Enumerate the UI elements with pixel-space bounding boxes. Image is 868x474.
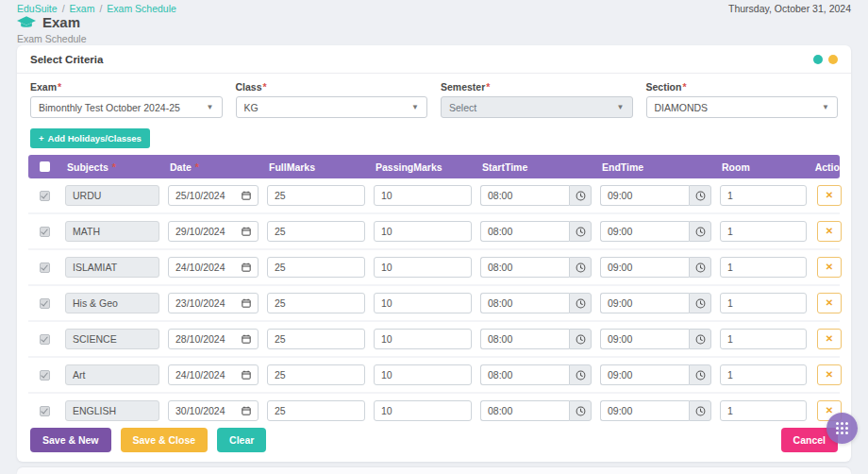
passingmarks-input[interactable] — [374, 400, 472, 421]
passingmarks-input[interactable] — [374, 293, 472, 313]
date-input[interactable]: 28/10/2024 — [168, 329, 259, 349]
clock-icon[interactable] — [569, 257, 592, 278]
subject-input[interactable] — [65, 364, 159, 385]
date-input[interactable]: 25/10/2024 — [168, 185, 259, 206]
required-mark: * — [112, 161, 116, 173]
clock-icon[interactable] — [569, 400, 592, 421]
subject-input[interactable] — [65, 329, 159, 349]
endtime-input[interactable] — [600, 293, 689, 313]
clock-icon[interactable] — [689, 364, 711, 385]
fullmarks-input[interactable] — [267, 185, 365, 206]
subject-input[interactable] — [65, 221, 159, 242]
endtime-input[interactable] — [600, 329, 689, 349]
clock-icon[interactable] — [569, 364, 592, 385]
room-input[interactable] — [720, 329, 807, 349]
starttime-input[interactable] — [480, 257, 569, 278]
room-input[interactable] — [720, 293, 807, 313]
clock-icon[interactable] — [569, 329, 592, 349]
clock-icon[interactable] — [569, 293, 592, 313]
room-input[interactable] — [720, 364, 807, 385]
breadcrumb-section[interactable]: Exam — [70, 3, 95, 14]
clock-icon[interactable] — [689, 400, 711, 421]
fullmarks-input[interactable] — [267, 400, 365, 421]
starttime-input[interactable] — [480, 364, 569, 385]
remove-row-button[interactable]: ✕ — [817, 221, 842, 242]
remove-row-button[interactable]: ✕ — [817, 293, 842, 313]
required-mark: * — [486, 81, 490, 93]
row-checkbox[interactable] — [40, 298, 50, 309]
save-and-new-button[interactable]: Save & New — [30, 428, 111, 452]
endtime-input[interactable] — [600, 221, 689, 242]
clock-icon[interactable] — [569, 221, 592, 242]
semester-select[interactable]: Select ▼ — [441, 96, 633, 118]
subject-input[interactable] — [65, 293, 159, 313]
fullmarks-input[interactable] — [267, 329, 365, 349]
row-checkbox[interactable] — [40, 191, 50, 201]
date-input[interactable]: 24/10/2024 — [168, 257, 259, 278]
room-input[interactable] — [720, 185, 807, 206]
date-input[interactable]: 23/10/2024 — [168, 293, 259, 313]
remove-row-button[interactable]: ✕ — [817, 329, 842, 349]
date-input[interactable]: 24/10/2024 — [168, 364, 259, 385]
endtime-input[interactable] — [600, 400, 689, 421]
clock-icon[interactable] — [689, 293, 711, 313]
header-endtime: EndTime — [600, 161, 711, 173]
remove-row-button[interactable]: ✕ — [817, 364, 842, 385]
remove-row-button[interactable]: ✕ — [817, 185, 842, 206]
breadcrumb-app[interactable]: EduSuite — [17, 3, 58, 14]
save-and-close-button[interactable]: Save & Close — [121, 428, 209, 452]
room-input[interactable] — [720, 221, 807, 242]
current-date: Thursday, October 31, 2024 — [728, 3, 851, 14]
room-input[interactable] — [720, 400, 807, 421]
table-body: 25/10/2024 ✕ — [28, 178, 840, 428]
header-starttime: StartTime — [480, 161, 592, 173]
clock-icon[interactable] — [689, 185, 711, 206]
class-label: Class — [236, 81, 262, 93]
endtime-input[interactable] — [600, 257, 689, 278]
clear-button[interactable]: Clear — [217, 428, 266, 452]
row-checkbox[interactable] — [40, 227, 50, 237]
clock-icon[interactable] — [569, 185, 592, 206]
row-checkbox[interactable] — [40, 406, 50, 416]
subject-input[interactable] — [65, 257, 159, 278]
row-checkbox[interactable] — [40, 262, 50, 273]
fullmarks-input[interactable] — [267, 364, 365, 385]
passingmarks-input[interactable] — [374, 364, 472, 385]
exam-select[interactable]: Bimonthly Test October 2024-25 ▼ — [30, 96, 223, 118]
starttime-input[interactable] — [480, 293, 569, 313]
clock-icon[interactable] — [689, 221, 711, 242]
clock-icon[interactable] — [689, 329, 711, 349]
starttime-input[interactable] — [480, 400, 569, 421]
starttime-input[interactable] — [480, 221, 569, 242]
semester-label: Semester — [441, 81, 485, 93]
clock-icon[interactable] — [689, 257, 711, 278]
breadcrumb: EduSuite / Exam / Exam Schedule — [17, 3, 176, 14]
row-checkbox[interactable] — [40, 334, 50, 345]
add-holidays-classes-button[interactable]: + Add Holidays/Classes — [30, 128, 150, 148]
passingmarks-input[interactable] — [374, 185, 472, 206]
endtime-input[interactable] — [600, 185, 689, 206]
fullmarks-input[interactable] — [267, 221, 365, 242]
select-all-checkbox[interactable] — [40, 161, 50, 172]
fullmarks-input[interactable] — [267, 257, 365, 278]
row-checkbox[interactable] — [40, 370, 50, 381]
fullmarks-input[interactable] — [267, 293, 365, 313]
header-subjects: Subjects — [67, 161, 108, 173]
endtime-input[interactable] — [600, 364, 689, 385]
room-input[interactable] — [720, 257, 807, 278]
section-select[interactable]: DIAMONDS ▼ — [646, 96, 839, 118]
table-header-row: Subjects * Date * FullMarks PassingMarks… — [28, 155, 840, 178]
passingmarks-input[interactable] — [374, 329, 472, 349]
remove-row-button[interactable]: ✕ — [817, 257, 842, 278]
starttime-input[interactable] — [480, 329, 569, 349]
calendar-icon — [242, 262, 251, 272]
starttime-input[interactable] — [480, 185, 569, 206]
quick-menu-fab-button[interactable] — [826, 413, 858, 444]
subject-input[interactable] — [65, 400, 159, 421]
class-select[interactable]: KG ▼ — [236, 96, 428, 118]
passingmarks-input[interactable] — [374, 257, 472, 278]
subject-input[interactable] — [65, 185, 159, 206]
date-input[interactable]: 30/10/2024 — [168, 400, 259, 421]
date-input[interactable]: 29/10/2024 — [168, 221, 259, 242]
passingmarks-input[interactable] — [374, 221, 472, 242]
